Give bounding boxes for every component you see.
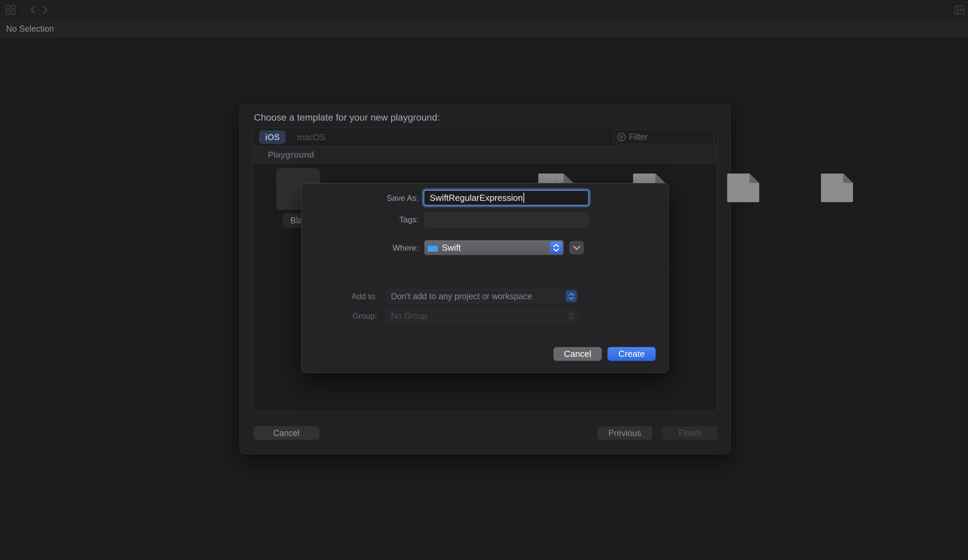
chevron-down-icon [573, 246, 580, 250]
dialog-title: Choose a template for your new playgroun… [254, 112, 440, 123]
filter-icon [617, 132, 626, 142]
where-popup[interactable]: Swift [424, 240, 564, 255]
add-editor-icon[interactable] [955, 5, 965, 15]
navigator-grid-icon[interactable] [5, 5, 15, 15]
save-as-field[interactable]: SwiftRegularExpression [424, 190, 589, 205]
group-stepper-icon [565, 310, 577, 321]
add-to-stepper-icon [565, 291, 577, 302]
filter-placeholder: Filter [629, 132, 648, 142]
group-popup: No Group [386, 309, 578, 323]
sheet-cancel-button[interactable]: Cancel [554, 347, 602, 361]
filter-field[interactable]: Filter [613, 129, 714, 144]
chooser-previous-button[interactable]: Previous [597, 426, 652, 440]
group-label: Group: [302, 311, 377, 321]
where-label: Where: [302, 243, 419, 253]
folder-icon [427, 243, 438, 252]
forward-chevron-icon[interactable] [41, 5, 49, 14]
platform-tab-bar: iOS macOS Filter [253, 128, 717, 146]
tab-ios[interactable]: iOS [259, 131, 286, 144]
section-header-playground: Playground [253, 146, 717, 164]
back-chevron-icon[interactable] [29, 5, 37, 14]
save-sheet: Save As: SwiftRegularExpression Tags: Wh… [301, 183, 669, 373]
where-stepper-icon [550, 241, 562, 254]
chooser-finish-button[interactable]: Finish [662, 426, 718, 440]
template-doc-icon[interactable] [727, 173, 759, 202]
save-as-label: Save As: [302, 193, 419, 203]
template-doc-icon[interactable] [821, 173, 853, 202]
jump-bar[interactable]: No Selection [0, 20, 968, 38]
sheet-divider [302, 268, 668, 268]
toolbar-separator [22, 5, 23, 14]
text-caret [524, 193, 524, 203]
tags-label: Tags: [302, 215, 419, 225]
tags-field[interactable] [424, 212, 589, 227]
chooser-cancel-button[interactable]: Cancel [253, 426, 320, 440]
tab-macos[interactable]: macOS [291, 131, 331, 144]
add-to-popup[interactable]: Don't add to any project or workspace [386, 289, 578, 303]
sheet-create-button[interactable]: Create [607, 347, 656, 361]
toolbar [0, 0, 968, 20]
expand-disclosure-button[interactable] [569, 241, 584, 254]
xcode-window: No Selection Choose a template for your … [0, 0, 968, 560]
add-to-label: Add to: [302, 292, 377, 301]
sheet-divider [302, 333, 668, 334]
jump-bar-selection: No Selection [6, 24, 54, 34]
